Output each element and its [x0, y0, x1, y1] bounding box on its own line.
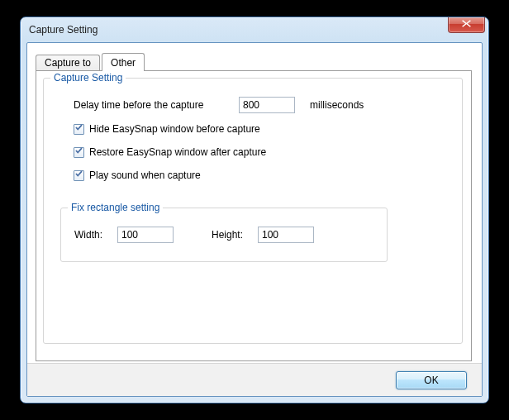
checkbox-play-sound[interactable]: [74, 170, 84, 181]
row-delay: Delay time before the capture millisecon…: [74, 97, 364, 113]
client-area: Capture to Other Capture Setting Delay t…: [26, 42, 483, 397]
titlebar[interactable]: Capture Setting: [21, 17, 488, 42]
group-fix-rectangle: Fix rectangle setting Width: Height:: [60, 208, 388, 262]
dialog-footer: OK: [27, 363, 482, 396]
close-icon: [461, 19, 472, 31]
label-milliseconds: milliseconds: [310, 99, 364, 111]
label-delay: Delay time before the capture: [74, 99, 239, 111]
group-title: Capture Setting: [50, 72, 126, 84]
close-button[interactable]: [448, 17, 485, 33]
input-width[interactable]: [117, 227, 174, 243]
window-title: Capture Setting: [29, 24, 98, 36]
tab-panel-other: Capture Setting Delay time before the ca…: [36, 70, 472, 361]
row-restore-window: Restore EasySnap window after capture: [74, 146, 266, 158]
tab-other[interactable]: Other: [102, 53, 145, 71]
group-title: Fix rectangle setting: [68, 202, 163, 213]
row-hide-window: Hide EasySnap window before capture: [74, 123, 260, 135]
checkbox-hide-window[interactable]: [74, 124, 84, 135]
label-width: Width:: [74, 229, 117, 241]
label-height: Height:: [212, 229, 258, 241]
input-delay[interactable]: [239, 97, 295, 113]
row-fix-size: Width: Height:: [74, 227, 314, 243]
checkmark-icon: [74, 146, 83, 158]
label-restore-window: Restore EasySnap window after capture: [89, 146, 266, 158]
tab-label: Other: [111, 57, 136, 69]
label-play-sound: Play sound when capture: [89, 169, 201, 181]
checkmark-icon: [74, 169, 83, 181]
label-hide-window: Hide EasySnap window before capture: [89, 123, 260, 135]
tab-label: Capture to: [45, 57, 91, 69]
row-play-sound: Play sound when capture: [74, 169, 201, 181]
input-height[interactable]: [258, 227, 314, 243]
tab-row: Capture to Other: [36, 53, 146, 71]
checkmark-icon: [74, 123, 83, 135]
ok-button[interactable]: OK: [396, 371, 467, 389]
tab-capture-to[interactable]: Capture to: [36, 55, 100, 70]
group-capture-setting: Capture Setting Delay time before the ca…: [43, 78, 463, 344]
dialog-window: Capture Setting Capture to Other Capture…: [20, 17, 489, 403]
ok-button-label: OK: [424, 375, 438, 386]
checkbox-restore-window[interactable]: [74, 147, 84, 158]
